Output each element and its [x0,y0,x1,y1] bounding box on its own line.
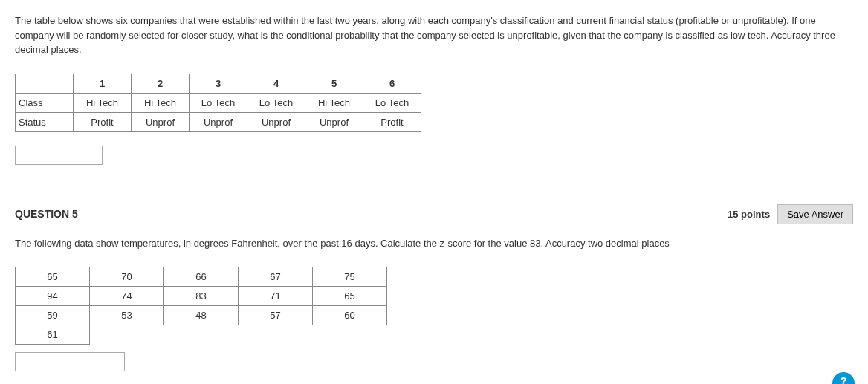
cell: 67 [239,267,313,287]
cell: Lo Tech [363,93,421,112]
table-row: 61 [16,325,387,345]
cell: 57 [239,306,313,325]
q4-header-1: 1 [74,74,132,93]
save-answer-button[interactable]: Save Answer [777,204,853,224]
q5-title: QUESTION 5 [15,208,78,220]
q5-points: 15 points [728,209,770,220]
cell: Lo Tech [190,93,247,112]
cell-empty [313,325,387,345]
row-label-class: Class [16,93,74,112]
table-row: 94 74 83 71 65 [16,287,387,306]
q5-table: 65 70 66 67 75 94 74 83 71 65 59 53 48 5… [15,267,387,345]
cell: Hi Tech [305,93,363,112]
cell: 60 [313,306,387,325]
table-row: 59 53 48 57 60 [16,306,387,325]
cell: Unprof [247,112,305,131]
q4-header-3: 3 [190,74,247,93]
q4-prompt: The table below shows six companies that… [15,13,853,57]
q4-header-blank [16,74,74,93]
cell: 61 [16,325,90,345]
q4-answer-input[interactable] [15,146,103,165]
q4-header-2: 2 [132,74,190,93]
cell: 53 [90,306,164,325]
cell: Hi Tech [74,93,132,112]
q4-table: 1 2 3 4 5 6 Class Hi Tech Hi Tech Lo Tec… [15,74,421,132]
cell: Unprof [190,112,247,131]
cell: 65 [16,267,90,287]
cell: 74 [90,287,164,306]
q5-header: QUESTION 5 15 points Save Answer [15,204,853,224]
cell: Unprof [132,112,190,131]
cell-empty [239,325,313,345]
row-label-status: Status [16,112,74,131]
table-row: 65 70 66 67 75 [16,267,387,287]
cell: 59 [16,306,90,325]
divider [15,186,853,186]
q4-header-4: 4 [247,74,305,93]
cell: 71 [239,287,313,306]
q5-prompt: The following data show temperatures, in… [15,236,853,251]
cell: 83 [164,287,239,306]
q5-answer-input[interactable] [15,352,125,371]
cell: 94 [16,287,90,306]
cell: Profit [363,112,421,131]
cell: Profit [74,112,132,131]
q4-header-5: 5 [305,74,363,93]
cell: Unprof [305,112,363,131]
cell: Hi Tech [132,93,190,112]
q4-header-6: 6 [363,74,421,93]
cell: 75 [313,267,387,287]
cell: 70 [90,267,164,287]
table-row: Class Hi Tech Hi Tech Lo Tech Lo Tech Hi… [16,93,421,112]
cell: 65 [313,287,387,306]
cell-empty [90,325,164,345]
table-row: Status Profit Unprof Unprof Unprof Unpro… [16,112,421,131]
cell: 48 [164,306,239,325]
cell: 66 [164,267,239,287]
cell-empty [164,325,239,345]
cell: Lo Tech [247,93,305,112]
help-icon[interactable]: ? [832,372,855,384]
